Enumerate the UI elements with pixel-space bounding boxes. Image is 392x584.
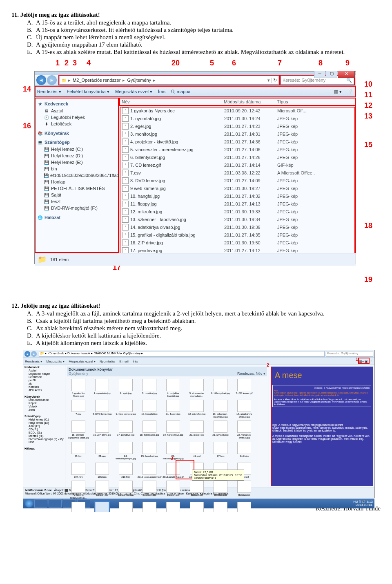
file-icon[interactable]: 23.xps (91, 442, 114, 460)
cmd[interactable]: Nyomtatás (100, 360, 115, 363)
refresh-icon[interactable]: ↻ (271, 78, 277, 83)
side-item[interactable]: 💾Helyi lemez (E:) (37, 159, 116, 166)
file-icon[interactable]: 196.htm (91, 463, 114, 479)
file-icon[interactable]: Balatonri.jpa (138, 481, 161, 499)
side-desktop[interactable]: 🖥Asztal (37, 107, 116, 114)
file-row[interactable]: ▫5. vincseszter - merevlemez.jpg2011.01.… (120, 145, 355, 153)
file-row[interactable]: ▫8. DVD lemez.jpg2011.01.27. 14:09JPEG-k… (120, 177, 355, 184)
file-row[interactable]: ▫13. szkenner - lapolvasó.jpg2011.01.30.… (120, 215, 355, 223)
file-icon[interactable]: 41.xml (185, 442, 208, 460)
side-item[interactable]: Hálózat (24, 447, 64, 450)
file-icon[interactable]: 24. érintőképernyő.jpg (114, 442, 137, 460)
side-recent[interactable]: 🕘Legutóbbi helyek (37, 114, 116, 121)
file-icon[interactable]: Balaton.pdf (185, 481, 208, 499)
file-icon[interactable]: 15. grafikai - digitalizáló tábla.jpg (67, 421, 90, 439)
file-icon[interactable]: 10. hangfal.jpg (138, 400, 161, 418)
side-item[interactable]: Letöltések (24, 376, 64, 379)
cmd[interactable]: Megosztás ezzel ▾ (69, 360, 96, 363)
side-item[interactable] (24, 412, 64, 415)
file-icon[interactable]: Borong.jpg (162, 502, 185, 512)
file-icon[interactable]: 22. vonalkód olvasó.jpg (233, 421, 256, 439)
file-row[interactable]: ▫3. monitor.jpg2011.01.27. 14:31JPEG-kép (120, 130, 355, 138)
file-icon[interactable]: Balaton.txt (233, 481, 256, 499)
forward-button[interactable]: ► (31, 351, 37, 357)
file-row[interactable]: ▫10. hangfal.jpg2011.01.27. 14:32JPEG-ké… (120, 192, 355, 200)
side-item[interactable]: 💾PETŐFI ÁLT ISK MENTÉS (37, 185, 116, 192)
file-icon[interactable]: 3. monitor.jpg (138, 379, 161, 397)
file-icon[interactable]: Balaton.ppt (209, 481, 232, 499)
help-icon[interactable]: ❔ (347, 89, 353, 94)
side-item[interactable]: Képek (24, 402, 64, 405)
side-item[interactable]: 💾teszt (37, 198, 116, 205)
file-list[interactable]: ▫1 gyakorlás Nyers.doc2010.09.20. 12:42M… (120, 107, 355, 253)
cmd[interactable]: Megosztás ▾ (46, 360, 65, 363)
search-box-2[interactable]: Keresés: Gyűjtemény (326, 351, 373, 357)
file-icon[interactable]: 5. vincseszter merevlem... (185, 379, 208, 397)
file-row[interactable]: ▫12. mikrofon.jpg2011.01.30. 19:33JPEG-k… (120, 208, 355, 215)
file-row[interactable]: ▫2. egér.jpg2011.01.27. 14:23JPEG-kép (120, 122, 355, 130)
view-icon[interactable]: ▦ ▾ (334, 89, 342, 94)
side-item[interactable]: Helyi lemez (D:) (24, 421, 64, 425)
file-row[interactable]: ▫17. pendrive.jpg2011.01.27. 14:12JPEG-k… (120, 246, 355, 253)
file-icon[interactable]: 144.htm (233, 442, 256, 460)
file-icon[interactable]: Balaton.jpg (91, 481, 114, 499)
file-icon[interactable]: Boxing.732.jpg (185, 502, 208, 512)
side-item[interactable]: zip (24, 382, 64, 385)
side-item[interactable]: Legutóbbi helyek (24, 372, 64, 376)
file-icon[interactable]: 25. headset.jpg (138, 442, 161, 460)
file-icon[interactable]: 7. CD lemez.gif (233, 379, 256, 397)
file-icon[interactable]: Az Ubuntu képolvadás.a... (67, 481, 90, 499)
forward-button[interactable]: ► (47, 75, 57, 85)
side-item[interactable] (24, 392, 64, 395)
file-icon[interactable]: betűformázás.doc (114, 502, 137, 512)
side-item[interactable]: Könyvtárak (24, 395, 64, 398)
file-row[interactable]: ▫7. CD lemez.gif2011.01.27. 14:14GIF-kép (120, 161, 355, 169)
file-icon[interactable]: 9. web kamera.jpg (114, 400, 137, 418)
minimize-button[interactable]: – (314, 71, 325, 78)
side-item[interactable]: Adat (E:) (24, 425, 64, 428)
nav-pane-2[interactable]: KedvencekAsztalLegutóbbi helyekLetöltése… (23, 365, 65, 488)
file-icon[interactable]: 1 gyakorlás Nyers.doc (67, 379, 90, 397)
back-button[interactable]: ◄ (36, 75, 46, 85)
file-icon[interactable]: Bankju.jpg (67, 502, 90, 512)
side-item[interactable]: Videók (24, 405, 64, 408)
side-item[interactable]: Mentés (H:) (24, 434, 64, 438)
file-icon[interactable]: betűformázás.docx (138, 502, 161, 512)
side-item[interactable]: Asztal (24, 369, 64, 372)
cmd[interactable]: Rendezés ▾ (25, 360, 42, 363)
side-item[interactable]: DVD-RW-meghajtó (I:) - My Disc (24, 438, 64, 444)
file-icon[interactable]: 8. DVD lemez.jpg (91, 400, 114, 418)
file-row[interactable]: ▫14. adatkártya olvasó.jpg2011.01.30. 19… (120, 223, 355, 231)
address-bar[interactable]: 📁 ▸ M2_Operációs rendszer▸ Gyűjtemény▸ ▾… (59, 76, 279, 85)
file-icon[interactable]: 11. floppy.jpg (162, 400, 185, 418)
cmd-organize[interactable]: Rendezés ▾ (37, 89, 61, 94)
file-icon[interactable]: Balaton.odt (162, 481, 185, 499)
file-row[interactable]: ▫11. floppy.jpg2011.01.27. 14:13JPEG-kép (120, 200, 355, 208)
side-item[interactable]: petőfi (24, 379, 64, 382)
file-icon[interactable]: 6. billentyűzet.jpg (209, 379, 232, 397)
side-item[interactable]: 💾Saját (37, 192, 116, 198)
file-icon[interactable]: C.jpg (209, 502, 232, 512)
side-item[interactable]: ECDL (G:) (24, 431, 64, 434)
file-icon[interactable]: 2012_okos.enemy.pdf (138, 463, 161, 479)
maximize-button[interactable]: ▢ (326, 71, 337, 78)
file-icon[interactable]: betűformázás 2.doc (91, 502, 114, 512)
side-item[interactable]: 💾Helyi lemez (C:) (37, 146, 116, 152)
cmd-share[interactable]: Megosztás ezzel ▾ (115, 89, 152, 94)
file-icon[interactable]: 2. egér.jpg (114, 379, 137, 397)
file-icon[interactable]: E7.htm (209, 442, 232, 460)
file-icon[interactable]: 19. hangkártya.jpg (162, 421, 185, 439)
side-item[interactable] (24, 444, 64, 447)
file-row[interactable]: ▫1. nyomtató.jpg2011.01.30. 19:24JPEG-ké… (120, 114, 355, 122)
side-item[interactable]: Helyi lemez (C:) (24, 418, 64, 421)
task-item[interactable] (49, 499, 62, 508)
file-row[interactable]: ▫7.csv2011.03.08. 12:22A Microsoft Offic… (120, 169, 355, 177)
file-icon[interactable]: 13. szkenner - lapolvasó.jpg (209, 400, 232, 418)
side-item[interactable]: Kedvencek (24, 366, 64, 369)
side-item[interactable]: JPG keres (24, 389, 64, 392)
side-item[interactable]: 💾ef1d519cc8339c30b66f286c71ffadd4 (37, 172, 116, 179)
cmd[interactable]: E-mail (119, 360, 129, 363)
cmd-burn[interactable]: Írás (158, 89, 165, 94)
file-icon[interactable]: CSATOLÁS-M1-14 (233, 502, 256, 512)
address-bar-2[interactable]: 📁 ▸ Könyvtárak ▸ Dokumentumok ▸ DIÁKOK M… (39, 351, 325, 357)
